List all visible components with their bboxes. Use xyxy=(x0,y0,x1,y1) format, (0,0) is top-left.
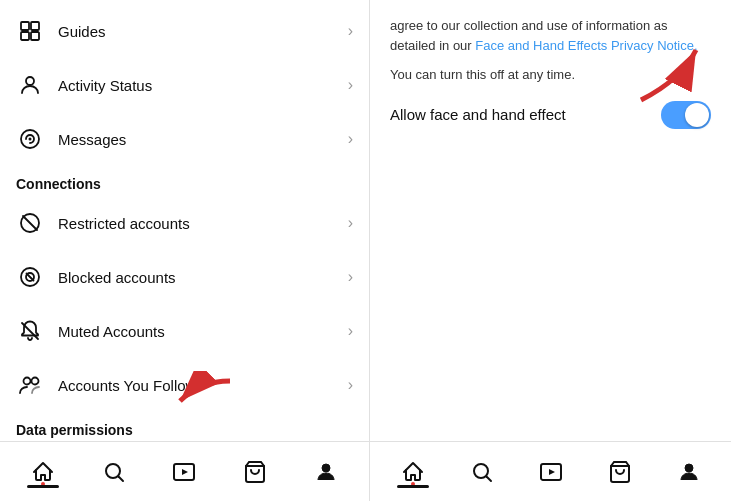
svg-rect-1 xyxy=(31,22,39,30)
home-underline-right xyxy=(397,485,429,488)
chevron-activity: › xyxy=(348,76,353,94)
bottom-nav-left xyxy=(0,441,369,501)
nav-shop-left[interactable] xyxy=(231,456,279,488)
home-underline-left xyxy=(27,485,59,488)
nav-profile-right[interactable] xyxy=(665,456,713,488)
left-panel: Guides › Activity Status › Messages › Co… xyxy=(0,0,370,501)
svg-point-6 xyxy=(29,138,32,141)
svg-point-13 xyxy=(24,378,31,385)
nav-search-left[interactable] xyxy=(90,456,138,488)
svg-rect-0 xyxy=(21,22,29,30)
svg-marker-28 xyxy=(549,469,555,475)
blocked-label: Blocked accounts xyxy=(58,269,348,286)
search-nav-icon-right xyxy=(470,460,494,484)
shop-nav-icon-left xyxy=(243,460,267,484)
svg-point-30 xyxy=(685,464,693,472)
reels-nav-icon-right xyxy=(539,460,563,484)
setting-label: Allow face and hand effect xyxy=(390,106,566,123)
toggle-allow-effect[interactable] xyxy=(661,101,711,129)
menu-list: Guides › Activity Status › Messages › Co… xyxy=(0,0,369,441)
data-permissions-header: Data permissions xyxy=(0,412,369,441)
search-nav-icon-left xyxy=(102,460,126,484)
nav-reels-right[interactable] xyxy=(527,456,575,488)
nav-reels-left[interactable] xyxy=(160,456,208,488)
home-nav-icon-left xyxy=(31,460,55,484)
chevron-blocked: › xyxy=(348,268,353,286)
profile-nav-icon-left xyxy=(314,460,338,484)
messages-icon xyxy=(16,125,44,153)
nav-profile-left[interactable] xyxy=(302,456,350,488)
bottom-nav-right xyxy=(370,441,731,501)
body-text: agree to our collection and use of infor… xyxy=(390,16,711,55)
reels-nav-icon-left xyxy=(172,460,196,484)
follow-label: Accounts You Follow xyxy=(58,377,348,394)
connections-header: Connections xyxy=(0,166,369,196)
guides-icon xyxy=(16,17,44,45)
home-nav-icon-right xyxy=(401,460,425,484)
right-content: agree to our collection and use of infor… xyxy=(370,0,731,441)
chevron-restricted: › xyxy=(348,214,353,232)
muted-label: Muted Accounts xyxy=(58,323,348,340)
privacy-link[interactable]: Face and Hand Effects Privacy Notice. xyxy=(475,38,697,53)
svg-line-19 xyxy=(118,476,123,481)
svg-line-26 xyxy=(486,476,491,481)
sub-text: You can turn this off at any time. xyxy=(390,65,711,85)
muted-icon xyxy=(16,317,44,345)
profile-nav-icon-right xyxy=(677,460,701,484)
nav-home-left[interactable] xyxy=(19,456,67,488)
toggle-knob xyxy=(685,103,709,127)
setting-row: Allow face and hand effect xyxy=(390,101,711,129)
svg-line-8 xyxy=(23,216,37,230)
nav-search-right[interactable] xyxy=(458,456,506,488)
menu-item-follow[interactable]: Accounts You Follow › xyxy=(0,358,369,412)
svg-rect-2 xyxy=(21,32,29,40)
svg-point-4 xyxy=(26,77,34,85)
restricted-label: Restricted accounts xyxy=(58,215,348,232)
nav-shop-right[interactable] xyxy=(596,456,644,488)
nav-home-right[interactable] xyxy=(389,456,437,488)
chevron-guides: › xyxy=(348,22,353,40)
menu-item-guides[interactable]: Guides › xyxy=(0,4,369,58)
svg-point-14 xyxy=(32,378,39,385)
menu-item-muted[interactable]: Muted Accounts › xyxy=(0,304,369,358)
menu-item-blocked[interactable]: Blocked accounts › xyxy=(0,250,369,304)
activity-label: Activity Status xyxy=(58,77,348,94)
shop-nav-icon-right xyxy=(608,460,632,484)
svg-point-23 xyxy=(322,464,330,472)
blocked-icon xyxy=(16,263,44,291)
menu-item-restricted[interactable]: Restricted accounts › xyxy=(0,196,369,250)
chevron-muted: › xyxy=(348,322,353,340)
menu-item-messages[interactable]: Messages › xyxy=(0,112,369,166)
right-panel: agree to our collection and use of infor… xyxy=(370,0,731,501)
restricted-icon xyxy=(16,209,44,237)
chevron-messages: › xyxy=(348,130,353,148)
svg-rect-3 xyxy=(31,32,39,40)
guides-label: Guides xyxy=(58,23,348,40)
svg-marker-21 xyxy=(182,469,188,475)
activity-icon xyxy=(16,71,44,99)
follow-icon xyxy=(16,371,44,399)
menu-item-activity-status[interactable]: Activity Status › xyxy=(0,58,369,112)
chevron-follow: › xyxy=(348,376,353,394)
messages-label: Messages xyxy=(58,131,348,148)
